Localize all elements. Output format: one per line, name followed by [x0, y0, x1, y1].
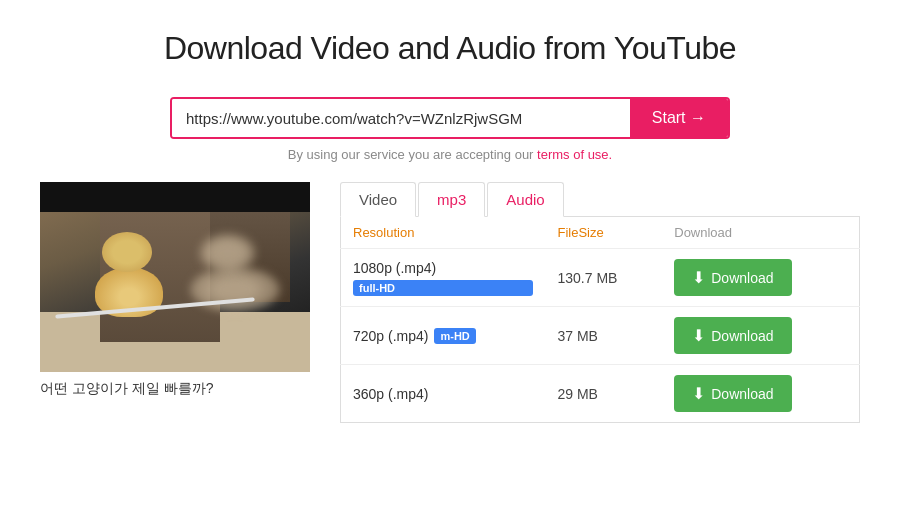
res-label-2: 720p (.mp4) — [353, 328, 428, 344]
start-button[interactable]: Start → — [630, 99, 728, 137]
download-table: Resolution FileSize Download 1080p (.mp4… — [340, 217, 860, 423]
start-label: Start → — [652, 109, 706, 127]
download-button-3[interactable]: ⬇ Download — [674, 375, 791, 412]
col-resolution: Resolution — [341, 217, 546, 249]
url-input[interactable] — [172, 99, 630, 137]
video-caption: 어떤 고양이가 제일 빠를까? — [40, 380, 310, 398]
resolution-cell-3: 360p (.mp4) — [341, 365, 546, 423]
terms-link[interactable]: terms of use. — [537, 147, 612, 162]
download-button-1[interactable]: ⬇ Download — [674, 259, 791, 296]
tabs: Video mp3 Audio — [340, 182, 860, 217]
res-label-3: 360p (.mp4) — [353, 386, 428, 402]
download-cell-1: ⬇ Download — [662, 249, 859, 307]
res-label-1: 1080p (.mp4) — [353, 260, 533, 276]
download-button-2[interactable]: ⬇ Download — [674, 317, 791, 354]
table-row: 720p (.mp4) m-HD 37 MB ⬇ Download — [341, 307, 860, 365]
download-icon-3: ⬇ — [692, 384, 705, 403]
resolution-cell-2: 720p (.mp4) m-HD — [341, 307, 546, 365]
video-thumbnail — [40, 182, 310, 372]
download-label-3: Download — [711, 386, 773, 402]
badge-fullhd: full-HD — [353, 280, 533, 296]
filesize-1: 130.7 MB — [545, 249, 662, 307]
download-icon-2: ⬇ — [692, 326, 705, 345]
download-icon-1: ⬇ — [692, 268, 705, 287]
download-section: Video mp3 Audio Resolution FileSize Down… — [340, 182, 860, 423]
download-label-1: Download — [711, 270, 773, 286]
table-row: 360p (.mp4) 29 MB ⬇ Download — [341, 365, 860, 423]
terms-text: By using our service you are accepting o… — [288, 147, 612, 162]
filesize-2: 37 MB — [545, 307, 662, 365]
filesize-3: 29 MB — [545, 365, 662, 423]
col-download: Download — [662, 217, 859, 249]
download-label-2: Download — [711, 328, 773, 344]
tab-mp3[interactable]: mp3 — [418, 182, 485, 217]
thumbnail-bg — [40, 182, 310, 372]
page-wrapper: Download Video and Audio from YouTube St… — [0, 0, 900, 453]
resolution-cell-1: 1080p (.mp4) full-HD — [341, 249, 546, 307]
col-filesize: FileSize — [545, 217, 662, 249]
table-row: 1080p (.mp4) full-HD 130.7 MB ⬇ Download — [341, 249, 860, 307]
page-title: Download Video and Audio from YouTube — [40, 30, 860, 67]
tab-audio[interactable]: Audio — [487, 182, 563, 217]
download-cell-2: ⬇ Download — [662, 307, 859, 365]
video-preview: 어떤 고양이가 제일 빠를까? — [40, 182, 310, 423]
badge-mhd: m-HD — [434, 328, 475, 344]
content-section: 어떤 고양이가 제일 빠를까? Video mp3 Audio Resoluti… — [40, 182, 860, 423]
url-input-row: Start → — [170, 97, 730, 139]
download-cell-3: ⬇ Download — [662, 365, 859, 423]
search-section: Start → By using our service you are acc… — [40, 97, 860, 162]
tab-video[interactable]: Video — [340, 182, 416, 217]
